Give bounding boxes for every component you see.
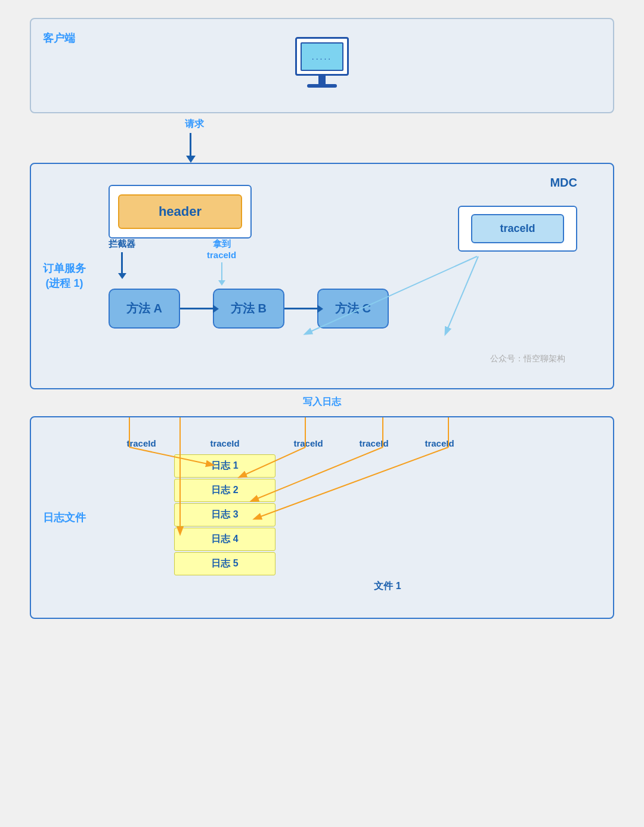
traceid-outer-box: traceId [458,206,577,252]
log-section: 日志文件 traceId traceId traceId traceId tra… [30,416,614,619]
service-section: 订单服务 (进程 1) MDC header traceId 拦截器 拿到 tr… [30,163,614,389]
method-a-box: 方法 A [109,289,180,329]
log-section-label: 日志文件 [43,510,86,525]
traceid-label-2: traceId [174,438,275,448]
diagram-container: 客户端 ..... 请求 订单服务 (进程 1) MDC header [30,18,614,619]
interceptor-label: 拦截器 [109,239,135,250]
traceid-row: traceId traceId traceId traceId traceId [109,438,601,448]
get-traceid-col: 拿到 traceId [207,239,236,280]
watermark: 公众号：悟空聊架构 [490,354,565,364]
arrow-bc [284,308,317,309]
monitor-screen: ..... [295,37,349,76]
traceid-label-4: traceId [341,438,407,448]
get-traceid-label: 拿到 [213,239,231,250]
get-traceid-label2: traceId [207,250,236,260]
monitor-dots: ..... [312,52,332,61]
monitor-inner: ..... [301,42,343,71]
file-label: 文件 1 [174,580,601,593]
interceptor-col: 拦截器 [109,239,135,273]
request-label: 请求 [185,118,204,131]
request-arrow-container: 请求 [30,113,614,157]
client-section: 客户端 ..... [30,18,614,113]
client-label: 客户端 [43,31,75,45]
method-c-box: 方法 C [317,289,389,329]
monitor-base [307,84,337,88]
write-log-label: 写入日志 [303,396,341,408]
traceid-label-3: traceId [275,438,341,448]
log-entry-3: 日志 3 [174,503,275,526]
write-log-area: 写入日志 [30,389,614,411]
monitor-icon: ..... [43,37,601,88]
log-entry-2: 日志 2 [174,479,275,502]
log-stack-container: 日志 1 日志 2 日志 3 日志 4 日志 5 文件 1 [174,454,601,593]
header-box: header [118,194,242,229]
arrow-ab [180,308,213,309]
traceid-box: traceId [471,214,564,243]
service-label: 订单服务 (进程 1) [43,261,86,291]
mdc-label: MDC [550,176,577,190]
log-entry-1: 日志 1 [174,454,275,478]
log-entry-4: 日志 4 [174,528,275,551]
monitor-stand [318,76,326,84]
method-b-box: 方法 B [213,289,284,329]
header-outer-box: header [109,185,252,239]
traceid-label-1: traceId [109,438,174,448]
log-stack: 日志 1 日志 2 日志 3 日志 4 日志 5 [174,454,275,575]
methods-row: 方法 A 方法 B 方法 C [109,289,601,329]
log-entry-5: 日志 5 [174,552,275,575]
traceid-label-5: traceId [407,438,472,448]
